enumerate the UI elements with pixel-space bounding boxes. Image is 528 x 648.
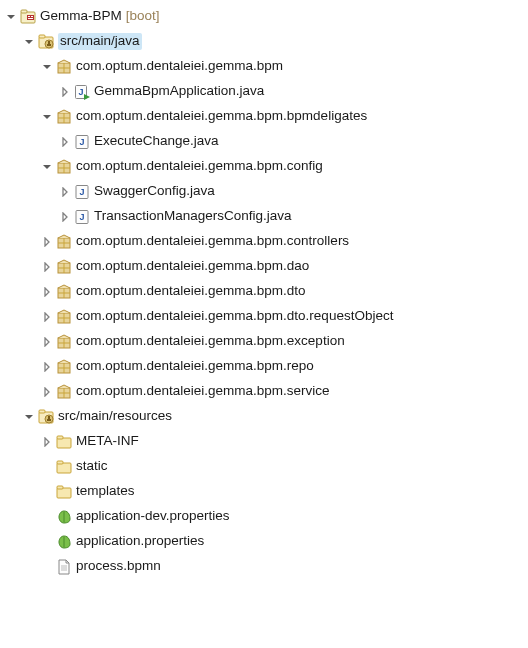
tree-row[interactable]: com.optum.dentaleiei.gemma.bpm.dao [0, 254, 528, 279]
tree-item-label[interactable]: application-dev.properties [76, 508, 230, 524]
tree-item-label[interactable]: templates [76, 483, 135, 499]
tree-row[interactable]: META-INF [0, 429, 528, 454]
expand-arrow-right-icon[interactable] [40, 235, 54, 249]
package-icon [56, 109, 72, 125]
expand-arrow-down-icon[interactable] [22, 410, 36, 424]
tree-item-label[interactable]: SwaggerConfig.java [94, 183, 215, 199]
project-icon [20, 9, 36, 25]
tree-item-label[interactable]: com.optum.dentaleiei.gemma.bpm.bpmdeliga… [76, 108, 367, 124]
folder-icon [56, 434, 72, 450]
project-decorator: [boot] [126, 8, 160, 24]
tree-item-label[interactable]: process.bpmn [76, 558, 161, 574]
project-explorer-tree[interactable]: Gemma-BPM[boot]src/main/javacom.optum.de… [0, 4, 528, 579]
expand-arrow-down-icon[interactable] [4, 10, 18, 24]
tree-item-label[interactable]: com.optum.dentaleiei.gemma.bpm.dao [76, 258, 309, 274]
expand-arrow-right-icon[interactable] [58, 185, 72, 199]
package-icon [56, 234, 72, 250]
expand-arrow-down-icon[interactable] [40, 60, 54, 74]
svg-text:J: J [79, 137, 84, 147]
package-icon [56, 384, 72, 400]
svg-text:J: J [79, 212, 84, 222]
svg-rect-2 [27, 15, 34, 20]
package-icon [56, 334, 72, 350]
package-icon [56, 284, 72, 300]
tree-row[interactable]: process.bpmn [0, 554, 528, 579]
tree-row[interactable]: com.optum.dentaleiei.gemma.bpm.dto [0, 279, 528, 304]
java-main-icon: J [74, 84, 90, 100]
expand-arrow-right-icon[interactable] [40, 335, 54, 349]
tree-item-label[interactable]: src/main/java [58, 33, 142, 49]
tree-item-label[interactable]: Gemma-BPM [40, 8, 122, 24]
expand-arrow-right-icon[interactable] [58, 135, 72, 149]
svg-rect-53 [48, 416, 50, 419]
tree-row[interactable]: JTransactionManagersConfig.java [0, 204, 528, 229]
svg-text:J: J [78, 87, 83, 97]
tree-row[interactable]: templates [0, 479, 528, 504]
tree-row[interactable]: src/main/java [0, 29, 528, 54]
package-icon [56, 59, 72, 75]
tree-row[interactable]: com.optum.dentaleiei.gemma.bpm.service [0, 379, 528, 404]
svg-rect-54 [47, 419, 51, 421]
tree-item-label[interactable]: com.optum.dentaleiei.gemma.bpm.dto [76, 283, 306, 299]
svg-rect-5 [28, 18, 33, 19]
expand-arrow-right-icon[interactable] [40, 435, 54, 449]
tree-row[interactable]: JExecuteChange.java [0, 129, 528, 154]
tree-item-label[interactable]: ExecuteChange.java [94, 133, 219, 149]
expand-arrow-right-icon[interactable] [40, 260, 54, 274]
package-icon [56, 159, 72, 175]
tree-row[interactable]: com.optum.dentaleiei.gemma.bpm.config [0, 154, 528, 179]
expand-arrow-down-icon[interactable] [40, 110, 54, 124]
tree-row[interactable]: com.optum.dentaleiei.gemma.bpm.bpmdeliga… [0, 104, 528, 129]
tree-row[interactable]: JSwaggerConfig.java [0, 179, 528, 204]
tree-row[interactable]: static [0, 454, 528, 479]
tree-row[interactable]: com.optum.dentaleiei.gemma.bpm.exception [0, 329, 528, 354]
expand-arrow-right-icon[interactable] [58, 210, 72, 224]
tree-item-label[interactable]: application.properties [76, 533, 204, 549]
tree-row[interactable]: JGemmaBpmApplication.java [0, 79, 528, 104]
expand-arrow-right-icon[interactable] [40, 310, 54, 324]
tree-item-label[interactable]: com.optum.dentaleiei.gemma.bpm.dto.reque… [76, 308, 393, 324]
tree-item-label[interactable]: META-INF [76, 433, 139, 449]
tree-item-label[interactable]: com.optum.dentaleiei.gemma.bpm [76, 58, 283, 74]
tree-row[interactable]: application.properties [0, 529, 528, 554]
expand-arrow-down-icon[interactable] [22, 35, 36, 49]
tree-row[interactable]: com.optum.dentaleiei.gemma.bpm.dto.reque… [0, 304, 528, 329]
tree-item-label[interactable]: com.optum.dentaleiei.gemma.bpm.service [76, 383, 330, 399]
tree-item-label[interactable]: TransactionManagersConfig.java [94, 208, 292, 224]
leaf-icon [56, 509, 72, 525]
tree-item-label[interactable]: com.optum.dentaleiei.gemma.bpm.controlle… [76, 233, 349, 249]
tree-row[interactable]: application-dev.properties [0, 504, 528, 529]
tree-row[interactable]: src/main/resources [0, 404, 528, 429]
svg-rect-51 [39, 410, 45, 413]
file-icon [56, 559, 72, 575]
package-icon [56, 309, 72, 325]
tree-item-label[interactable]: com.optum.dentaleiei.gemma.bpm.config [76, 158, 323, 174]
svg-rect-1 [21, 10, 27, 13]
tree-item-label[interactable]: GemmaBpmApplication.java [94, 83, 264, 99]
expand-arrow-right-icon[interactable] [40, 385, 54, 399]
tree-item-label[interactable]: com.optum.dentaleiei.gemma.bpm.repo [76, 358, 314, 374]
java-icon: J [74, 209, 90, 225]
svg-rect-58 [57, 461, 63, 464]
tree-item-label[interactable]: static [76, 458, 108, 474]
expand-arrow-right-icon[interactable] [40, 285, 54, 299]
tree-row[interactable]: com.optum.dentaleiei.gemma.bpm.controlle… [0, 229, 528, 254]
src-folder-icon [38, 34, 54, 50]
leaf-icon [56, 534, 72, 550]
tree-item-label[interactable]: com.optum.dentaleiei.gemma.bpm.exception [76, 333, 345, 349]
expand-arrow-down-icon[interactable] [40, 160, 54, 174]
expand-arrow-right-icon[interactable] [58, 85, 72, 99]
java-icon: J [74, 134, 90, 150]
svg-rect-10 [47, 44, 51, 46]
package-icon [56, 359, 72, 375]
java-icon: J [74, 184, 90, 200]
folder-icon [56, 459, 72, 475]
folder-icon [56, 484, 72, 500]
tree-item-label[interactable]: src/main/resources [58, 408, 172, 424]
tree-row[interactable]: com.optum.dentaleiei.gemma.bpm [0, 54, 528, 79]
expand-arrow-right-icon[interactable] [40, 360, 54, 374]
tree-row[interactable]: Gemma-BPM[boot] [0, 4, 528, 29]
package-icon [56, 259, 72, 275]
svg-text:J: J [79, 187, 84, 197]
tree-row[interactable]: com.optum.dentaleiei.gemma.bpm.repo [0, 354, 528, 379]
